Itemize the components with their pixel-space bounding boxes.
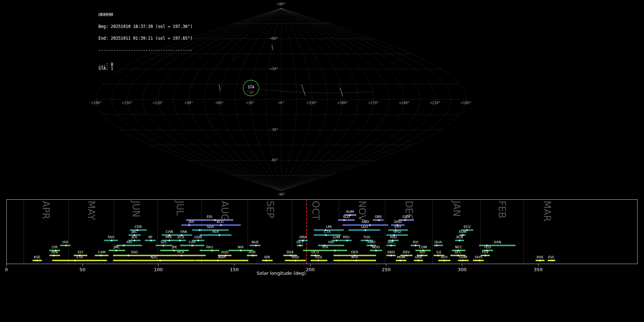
- shower-code-label: AUR: [249, 250, 256, 254]
- x-tick-mark: [82, 264, 83, 266]
- shower-code-label: LUM: [333, 235, 340, 239]
- x-tick-mark: [310, 264, 311, 266]
- shower-code-label: PER: [213, 230, 219, 234]
- shower-code-label: DSX: [287, 250, 294, 254]
- x-tick-label: 100: [154, 267, 163, 272]
- shower-code-label: JXA: [189, 220, 194, 224]
- x-tick-label: 250: [382, 267, 391, 272]
- observation-summary: UK0090 Beg: 20251010 18:37:30 (sol = 197…: [98, 5, 192, 78]
- shower-code-label: JPE: [172, 245, 177, 249]
- shower-code-label: SLD: [343, 215, 350, 219]
- month-gridline: [385, 200, 385, 264]
- latitude-label: +60°: [270, 36, 278, 40]
- meteor-counts: ...: 8STA: 1: [98, 63, 192, 70]
- shower-code-label: RPU: [343, 235, 350, 239]
- shower-code-label: JEA: [132, 235, 137, 239]
- month-gridline: [114, 200, 114, 264]
- shower-bar: [200, 234, 231, 236]
- shower-code-label: EGE: [316, 255, 322, 259]
- meteor-trail: [302, 84, 305, 96]
- x-tick-mark: [6, 264, 7, 266]
- longitude-label: +180°: [91, 101, 102, 105]
- x-tick-label: 50: [79, 267, 86, 272]
- x-axis-title: Solar longitude (deg): [257, 270, 306, 276]
- shower-code-label: AHY: [441, 255, 448, 259]
- shower-peak-marker: +: [198, 228, 201, 232]
- radiant-drift-track: [259, 89, 374, 93]
- month-gridline: [523, 200, 524, 264]
- shower-peak-marker: +: [122, 243, 126, 248]
- meteor-trail: [340, 88, 343, 96]
- month-label: JUL: [175, 201, 185, 215]
- shower-code-label: DPC: [387, 240, 395, 244]
- month-gridline: [480, 200, 480, 264]
- longitude-label: +240°: [399, 101, 410, 105]
- shower-code-label: XCB: [456, 235, 463, 239]
- shower-code-label: JMC: [114, 245, 120, 249]
- shower-code-label: AMO: [367, 240, 375, 244]
- shower-code-label: URS: [415, 255, 422, 259]
- shower-code-label: ORI: [328, 240, 334, 244]
- month-label: MAR: [542, 201, 552, 221]
- x-tick-label: 0: [5, 267, 8, 272]
- x-tick-mark: [386, 264, 386, 266]
- month-label: SEP: [265, 201, 275, 218]
- shower-code-label: EVL: [548, 255, 555, 259]
- shower-code-label: OCT: [296, 240, 303, 244]
- longitude-label: +330°: [307, 101, 317, 105]
- x-tick-mark: [234, 264, 234, 266]
- activity-chart: APRMAYJUNJULAUGSEPOCTNOVDECJANFEBMAR+KUM…: [6, 199, 638, 264]
- month-gridline: [201, 200, 202, 264]
- shower-code-label: NDA: [218, 255, 225, 259]
- shower-code-label: NZC: [151, 255, 158, 259]
- shower-code-label: DRA: [299, 235, 307, 239]
- shower-code-label: MON: [397, 255, 405, 259]
- longitude-label: +180°: [461, 101, 472, 105]
- current-sol-line: [306, 200, 307, 264]
- x-tick-label: 300: [458, 267, 467, 272]
- shower-code-label: FEV: [482, 250, 488, 254]
- shower-bar: [113, 255, 156, 256]
- radiant-map-screen: +180°+150°+120°+90°+60°+30°+0°+330°+300°…: [0, 0, 644, 322]
- shower-code-label: GDR: [194, 235, 202, 239]
- shower-code-label: OHY: [475, 255, 482, 259]
- shower-code-label: NIA: [238, 245, 244, 249]
- shower-code-label: XVI: [413, 240, 418, 244]
- month-label: APR: [40, 201, 51, 219]
- shower-code-label: EHY: [395, 225, 401, 229]
- separator-line: --------------------------------------: [98, 48, 192, 52]
- shower-code-label: CTA: [324, 230, 331, 234]
- shower-code-label: LYR: [52, 245, 57, 249]
- field-arc: [276, 47, 343, 89]
- shower-code-label: XUM: [459, 230, 467, 234]
- shower-bar: [113, 260, 195, 261]
- shower-code-label: CAM: [98, 250, 106, 254]
- shower-code-label: KSE: [34, 255, 40, 259]
- shower-code-label: COM: [419, 245, 427, 249]
- shower-code-label: NTA: [351, 255, 358, 259]
- x-tick-label: 350: [534, 267, 543, 272]
- sky-map: +180°+150°+120°+90°+60°+30°+0°+330°+300°…: [0, 0, 644, 199]
- shower-code-label: CAP: [189, 240, 196, 244]
- shower-bar: [181, 224, 201, 226]
- shower-code-label: ZCS: [177, 235, 184, 239]
- shower-code-label: JBC: [132, 230, 137, 234]
- shower-code-label: CAN: [166, 230, 173, 234]
- month-label: JUN: [131, 201, 141, 217]
- longitude-label: +0°: [278, 101, 284, 105]
- shower-code-label: ERI: [207, 215, 212, 219]
- shower-bar: [195, 260, 249, 261]
- shower-code-label: IIP: [148, 235, 152, 239]
- longitude-label: +30°: [246, 101, 255, 105]
- shower-code-label: HVI: [62, 240, 68, 244]
- shower-code-label: XHE: [536, 255, 543, 259]
- x-tick-mark: [462, 264, 462, 266]
- shower-code-label: ELY: [78, 250, 83, 254]
- shower-code-label: PPS: [165, 235, 172, 239]
- shower-code-label: AUD: [221, 250, 229, 254]
- shower-code-label: SCC: [454, 250, 461, 254]
- shower-bar: [303, 250, 347, 251]
- longitude-label: +150°: [122, 101, 132, 105]
- shower-code-label: GEM: [402, 215, 410, 219]
- shower-code-label: COR: [135, 225, 142, 229]
